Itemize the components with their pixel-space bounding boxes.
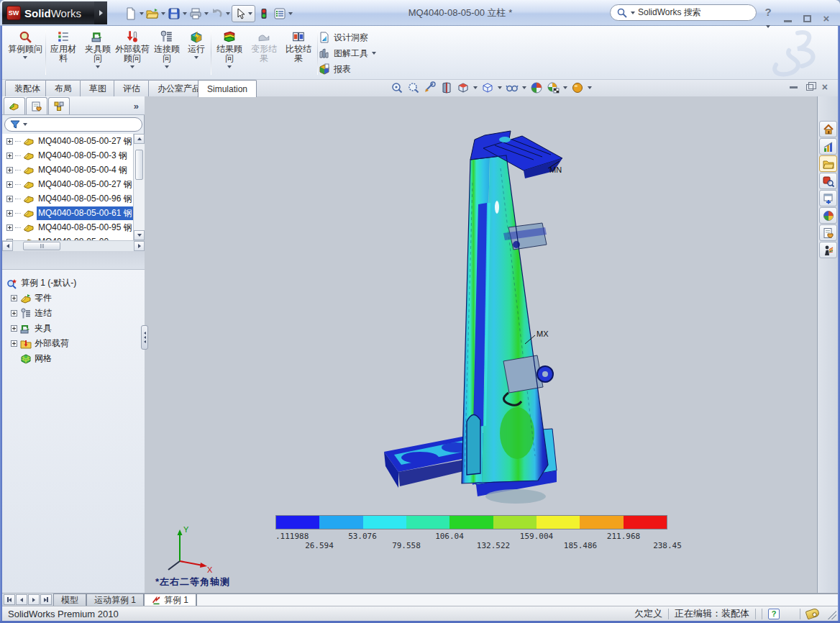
zoom-fit-icon[interactable] (391, 81, 403, 94)
expand-icon[interactable] (6, 167, 13, 173)
view-palette-tab[interactable] (819, 190, 837, 206)
undo-button[interactable] (210, 6, 224, 21)
scroll-right-button[interactable] (134, 241, 145, 251)
tab-sketch[interactable]: 草图 (80, 80, 116, 96)
model-tab[interactable]: 模型 (53, 594, 86, 606)
options-dropdown-icon[interactable] (288, 12, 293, 15)
scroll-thumb[interactable] (23, 242, 60, 250)
study-root-item[interactable]: 算例 1 (-默认-) (2, 276, 145, 291)
prev-tab-button[interactable] (16, 594, 27, 605)
report-button[interactable]: 报表 (319, 61, 351, 77)
print-button[interactable] (188, 6, 203, 21)
search-dropdown-icon[interactable] (631, 12, 635, 14)
tree-horizontal-scrollbar[interactable] (2, 240, 145, 251)
fixtures-dropdown-icon[interactable] (96, 65, 100, 68)
open-dropdown-icon[interactable] (161, 12, 165, 15)
doc-restore-button[interactable] (806, 84, 813, 91)
study1-tab[interactable]: 算例 1 (144, 594, 196, 606)
view-settings-dropdown-icon[interactable] (588, 86, 592, 89)
tab-simulation[interactable]: Simulation (198, 80, 257, 97)
design-insight-button[interactable]: 设计洞察 (319, 29, 368, 45)
tree-item[interactable]: MQ4040-08-05-00-96 钢 (2, 191, 133, 206)
study-advisor-button[interactable]: 算例顾问 (6, 28, 44, 78)
tree-vertical-scrollbar[interactable] (133, 134, 145, 240)
expand-icon[interactable] (11, 325, 17, 332)
minimize-button[interactable] (781, 12, 794, 24)
tree-item-selected[interactable]: MQ4040-08-05-00-61 钢 (2, 206, 133, 220)
apply-material-button[interactable]: 应用材料 (47, 28, 80, 78)
search-input[interactable]: SolidWorks 搜索 (610, 4, 757, 21)
edit-appearance-icon[interactable] (530, 81, 543, 94)
scroll-thumb[interactable] (135, 150, 143, 180)
menu-expand-button[interactable] (94, 1, 107, 24)
tree-filter-box[interactable] (4, 117, 142, 132)
hide-show-dropdown-icon[interactable] (522, 86, 526, 89)
filter-dropdown-icon[interactable] (23, 123, 27, 126)
scroll-left-button[interactable] (2, 241, 13, 251)
external-loads-dropdown-icon[interactable] (130, 65, 134, 68)
new-document-button[interactable] (124, 6, 138, 21)
tree-item[interactable]: MQ4040-08-05-00-3 钢 (2, 148, 133, 163)
configuration-manager-tab[interactable] (48, 97, 70, 114)
undo-dropdown-icon[interactable] (226, 12, 230, 15)
results-advisor-button[interactable]: 结果顾问 (213, 28, 246, 78)
select-dropdown-icon[interactable] (248, 12, 252, 15)
study-item-fixtures[interactable]: 夹具 (2, 321, 145, 336)
expand-icon[interactable] (6, 224, 13, 231)
motion-study-tab[interactable]: 运动算例 1 (86, 594, 144, 606)
search-tab[interactable] (819, 173, 837, 189)
resources-tab[interactable] (819, 121, 837, 137)
doc-close-button[interactable]: × (822, 81, 828, 93)
view-orientation-icon[interactable] (457, 81, 470, 94)
apply-scene-dropdown-icon[interactable] (563, 86, 567, 89)
last-tab-button[interactable] (40, 594, 52, 605)
expand-icon[interactable] (11, 295, 17, 301)
custom-properties-tab[interactable] (819, 224, 837, 241)
connections-advisor-button[interactable]: 连接顾问 (150, 28, 183, 78)
tree-item[interactable]: MQ4040-08-05-00 (2, 235, 133, 240)
drive-works-tab[interactable] (819, 242, 837, 258)
compare-results-button[interactable]: 比较结果 (282, 28, 315, 78)
zoom-area-icon[interactable] (407, 81, 420, 94)
apply-scene-icon[interactable] (547, 81, 560, 94)
view-orientation-dropdown-icon[interactable] (473, 86, 478, 89)
run-button[interactable]: 运行 (183, 28, 209, 78)
tab-evaluate[interactable]: 评估 (114, 80, 150, 96)
maximize-button[interactable] (800, 12, 813, 24)
view-settings-icon[interactable] (571, 81, 584, 94)
expand-icon[interactable] (6, 153, 13, 159)
close-button[interactable]: × (820, 12, 833, 24)
study-item-mesh[interactable]: 网格 (2, 351, 145, 366)
scroll-up-button[interactable] (134, 134, 145, 144)
external-loads-button[interactable]: 外部载荷顾问 (114, 28, 150, 78)
study-item-connections[interactable]: 连结 (2, 306, 145, 321)
tree-item[interactable]: MQ4040-08-05-00-27 钢 (2, 134, 133, 148)
property-manager-tab[interactable] (26, 97, 47, 114)
display-style-dropdown-icon[interactable] (498, 86, 502, 89)
open-button[interactable] (145, 6, 160, 21)
fixtures-advisor-button[interactable]: 夹具顾问 (81, 28, 114, 78)
hide-show-items-icon[interactable] (506, 81, 519, 94)
quick-tip-button[interactable]: ? (768, 609, 780, 619)
study-item-external-loads[interactable]: 外部载荷 (2, 336, 145, 351)
tab-assembly[interactable]: 装配体 (5, 80, 50, 96)
expand-icon[interactable] (11, 310, 17, 317)
next-tab-button[interactable] (28, 594, 40, 605)
expand-icon[interactable] (6, 210, 13, 217)
save-dropdown-icon[interactable] (183, 12, 187, 15)
results-dropdown-icon[interactable] (227, 65, 232, 68)
panel-expand-button[interactable]: » (134, 101, 143, 114)
plot-tools-button[interactable]: 图解工具 (319, 45, 376, 61)
doc-minimize-button[interactable] (790, 86, 798, 88)
file-explorer-tab[interactable] (819, 155, 837, 172)
appearances-scenes-tab[interactable] (819, 207, 837, 224)
tree-item[interactable]: MQ4040-08-05-00-27 钢 (2, 177, 133, 191)
tab-layout[interactable]: 布局 (45, 80, 81, 96)
connections-dropdown-icon[interactable] (165, 65, 169, 68)
expand-icon[interactable] (11, 340, 17, 347)
graphics-viewport[interactable]: MN MX .111988 53.076 (145, 96, 817, 593)
study-item-parts[interactable]: 零件 (2, 291, 145, 306)
options-button[interactable] (273, 6, 287, 21)
run-dropdown-icon[interactable] (194, 56, 198, 59)
panel-split-band[interactable] (2, 251, 145, 270)
